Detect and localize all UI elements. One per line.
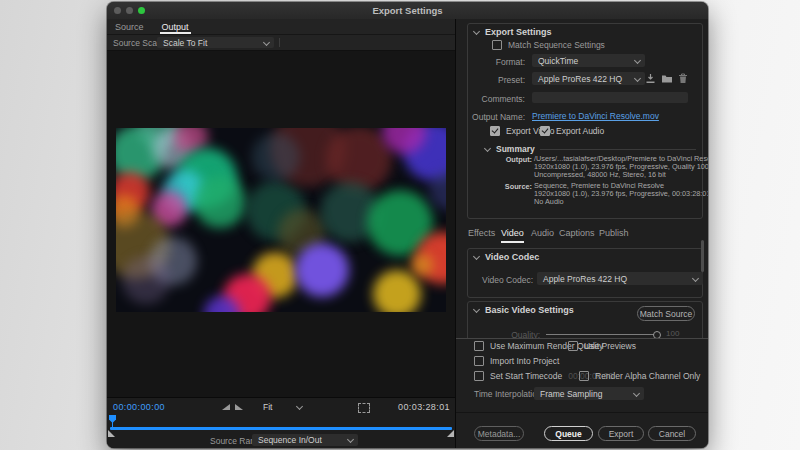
timeline-scrubber[interactable] <box>110 427 452 430</box>
quality-slider-knob[interactable] <box>653 331 661 338</box>
scrollbar-thumb[interactable] <box>701 240 704 272</box>
preset-value: Apple ProRes 422 HQ <box>538 74 622 84</box>
chevron-down-icon <box>633 389 640 396</box>
export-button[interactable]: Export <box>598 426 644 441</box>
summary-line: Uncompressed, 48000 Hz, Stereo, 16 bit <box>534 171 708 179</box>
checkbox <box>474 341 484 351</box>
settings-pane: Export Settings Match Sequence Settings … <box>455 19 708 448</box>
summary-output-label: Output: <box>468 155 532 164</box>
zoom-level-value: Fit <box>263 402 272 412</box>
video-codec-value: Apple ProRes 422 HQ <box>543 274 627 284</box>
export-audio-label: Export Audio <box>556 126 604 136</box>
export-audio-checkbox[interactable]: Export Audio <box>540 126 604 136</box>
format-select[interactable]: QuickTime <box>532 54 645 67</box>
settings-tabbar: Effects Video Audio Captions Publish <box>456 225 708 243</box>
match-source-button[interactable]: Match Source <box>637 306 695 321</box>
tab-publish[interactable]: Publish <box>599 228 629 241</box>
titlebar: Export Settings <box>107 2 708 20</box>
bokeh-light <box>295 243 349 297</box>
video-codec-select[interactable]: Apple ProRes 422 HQ <box>537 272 703 285</box>
chevron-down-icon <box>692 274 699 281</box>
quality-value: 100 <box>666 329 679 338</box>
video-codec-group: Video Codec Video Codec: Apple ProRes 42… <box>467 248 703 298</box>
save-preset-icon[interactable] <box>645 73 656 84</box>
checkbox <box>492 40 502 50</box>
format-label: Format: <box>468 57 525 67</box>
out-point-handle[interactable] <box>447 430 454 437</box>
summary-source-label: Source: <box>468 182 532 191</box>
basic-video-settings-group: Basic Video Settings Match Source Qualit… <box>467 301 703 338</box>
checkbox <box>490 126 500 136</box>
import-into-project-label: Import Into Project <box>490 356 559 366</box>
zoom-level-select[interactable]: Fit <box>257 401 307 413</box>
set-start-timecode-label: Set Start Timecode <box>490 371 562 381</box>
in-point-handle[interactable] <box>108 430 115 437</box>
divider <box>456 412 708 413</box>
window-title: Export Settings <box>107 5 708 16</box>
match-sequence-label: Match Sequence Settings <box>508 40 605 50</box>
video-codec-header[interactable]: Video Codec <box>474 252 539 262</box>
set-out-point-icon[interactable] <box>235 404 243 410</box>
video-codec-title: Video Codec <box>485 252 539 262</box>
comments-label: Comments: <box>468 94 525 104</box>
import-into-project-checkbox[interactable]: Import Into Project <box>474 356 559 366</box>
time-interpolation-select[interactable]: Frame Sampling <box>534 387 644 400</box>
source-range-value: Sequence In/Out <box>258 435 322 445</box>
export-settings-window: Export Settings Source Output Source Sca… <box>107 2 708 448</box>
duration-timecode: 00:03:28:01 <box>398 402 450 412</box>
tab-audio[interactable]: Audio <box>531 228 554 241</box>
output-name-link[interactable]: Premiere to DaVinci Resolve.mov <box>532 111 659 121</box>
tab-video[interactable]: Video <box>501 228 524 243</box>
use-previews-checkbox[interactable]: Use Previews <box>568 341 636 351</box>
checkbox <box>474 371 484 381</box>
current-timecode[interactable]: 00:00:00:00 <box>113 402 165 412</box>
video-codec-label: Video Codec: <box>468 275 533 285</box>
summary-title: Summary <box>496 144 535 154</box>
metadata-button[interactable]: Metadata... <box>474 426 524 441</box>
delete-preset-trash-icon[interactable] <box>678 73 688 84</box>
quality-slider[interactable] <box>546 334 654 335</box>
chevron-down-icon <box>296 403 303 410</box>
preset-select[interactable]: Apple ProRes 422 HQ <box>532 72 645 85</box>
render-alpha-label: Render Alpha Channel Only <box>595 371 700 381</box>
transport-bar: 00:00:00:00 Fit 00:03:28:01 Source Range… <box>107 397 455 448</box>
summary-output-lines: /Users/...tasialafser/Desktop/Premiere t… <box>534 155 708 179</box>
summary-line: No Audio <box>534 198 708 206</box>
bokeh-light <box>411 254 433 276</box>
tab-source[interactable]: Source <box>113 19 146 34</box>
chevron-down-icon <box>473 27 480 34</box>
cancel-button[interactable]: Cancel <box>648 426 696 441</box>
comments-input[interactable] <box>532 92 688 103</box>
quality-label: Quality: <box>468 330 540 338</box>
source-range-select[interactable]: Sequence In/Out <box>252 434 358 446</box>
import-preset-folder-icon[interactable] <box>661 73 673 84</box>
bokeh-light <box>122 256 170 304</box>
tab-effects[interactable]: Effects <box>468 228 495 241</box>
render-alpha-checkbox[interactable]: Render Alpha Channel Only <box>579 371 700 381</box>
chevron-down-icon <box>634 74 641 81</box>
source-scaling-select[interactable]: Scale To Fit <box>157 37 274 48</box>
basic-video-settings-header[interactable]: Basic Video Settings <box>474 305 574 315</box>
time-interpolation-value: Frame Sampling <box>540 389 602 399</box>
match-sequence-checkbox[interactable]: Match Sequence Settings <box>492 40 605 50</box>
checkbox <box>568 341 578 351</box>
chevron-down-icon <box>263 38 270 45</box>
preview-pane: Source Output Source Scaling: Scale To F… <box>107 19 455 448</box>
summary-header[interactable]: Summary <box>485 144 535 154</box>
export-settings-header[interactable]: Export Settings <box>474 27 552 37</box>
checkbox <box>540 126 550 136</box>
queue-button[interactable]: Queue <box>544 426 593 441</box>
set-in-point-icon[interactable] <box>222 404 230 410</box>
output-name-label: Output Name: <box>468 112 525 122</box>
bokeh-light <box>194 176 246 228</box>
divider <box>456 338 708 339</box>
chevron-down-icon <box>473 252 480 259</box>
bokeh-light <box>373 270 421 312</box>
chevron-down-icon <box>473 305 480 312</box>
tab-captions[interactable]: Captions <box>559 228 595 241</box>
export-settings-group: Export Settings Match Sequence Settings … <box>467 23 703 219</box>
format-value: QuickTime <box>538 56 578 66</box>
tab-output[interactable]: Output <box>160 19 191 34</box>
crop-icon[interactable] <box>358 403 370 413</box>
checkbox <box>474 356 484 366</box>
